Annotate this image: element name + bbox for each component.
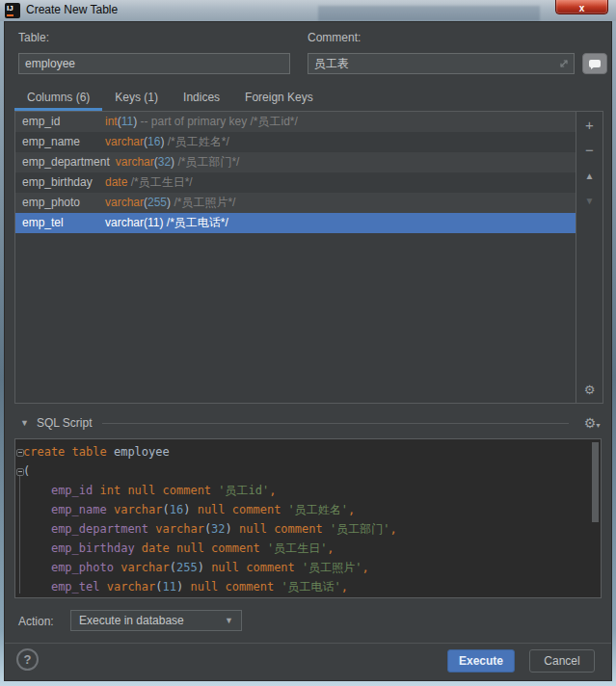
column-name: emp_tel (22, 213, 99, 233)
column-row[interactable]: emp_idint(11) -- part of primary key /*员… (15, 112, 576, 132)
editor-scrollbar[interactable] (592, 442, 599, 522)
column-comment: /*员工生日*/ (127, 175, 192, 189)
column-name: emp_name (22, 132, 99, 152)
column-type: int (105, 115, 118, 128)
column-comment: /*员工姓名*/ (164, 135, 228, 148)
dropdown-arrow-icon: ▼ (225, 611, 233, 630)
comment-bubble-button[interactable] (582, 53, 607, 74)
minus-icon: − (585, 142, 594, 158)
column-row[interactable]: emp_photovarchar(255) /*员工照片*/ (15, 193, 576, 213)
code-line: create table employee (23, 442, 397, 462)
sql-code: create table employee( emp_id int null c… (23, 442, 397, 596)
plus-icon: + (585, 117, 594, 133)
column-comment: -- part of primary key /*员工id*/ (137, 115, 298, 128)
comment-input[interactable] (308, 53, 575, 74)
move-down-button[interactable]: ▼ (576, 191, 603, 212)
code-line: emp_name varchar(16) null comment '员工姓名'… (23, 500, 397, 519)
table-name-input[interactable] (18, 53, 290, 74)
tab-bar: Columns (6)Keys (1)IndicesForeign Keys (14, 86, 326, 111)
column-row[interactable]: emp_namevarchar(16) /*员工姓名*/ (15, 132, 576, 152)
column-row[interactable]: emp_departmentvarchar(32) /*员工部门*/ (15, 152, 576, 172)
arrow-down-icon: ▼ (585, 196, 595, 206)
fold-range-line (19, 472, 20, 594)
help-button[interactable]: ? (16, 648, 39, 671)
code-line: ( (23, 462, 397, 481)
column-length: 11 (147, 216, 159, 229)
column-length: 255 (147, 196, 167, 209)
intellij-logo-icon: IJ (5, 3, 20, 18)
title-bar[interactable]: IJ Create New Table x (0, 0, 616, 21)
add-column-button[interactable]: + (576, 115, 603, 136)
speech-bubble-icon (588, 59, 602, 73)
column-type: varchar (116, 155, 154, 169)
columns-toolbar: + − ▲ ▼ ⚙ (576, 112, 603, 403)
footer-divider (5, 643, 611, 644)
code-line: emp_id int null comment '员工id', (23, 481, 397, 500)
code-line: emp_photo varchar(255) null comment '员工照… (23, 558, 397, 577)
dropdown-arrow-icon: ▼ (595, 418, 602, 434)
table-label: Table: (18, 31, 49, 44)
fold-marker-icon[interactable] (16, 449, 24, 457)
collapse-arrow-icon[interactable]: ▼ (20, 418, 29, 428)
sql-settings-button[interactable]: ⚙ ▼ (578, 414, 602, 432)
code-line: emp_department varchar(32) null comment … (23, 519, 397, 539)
column-type: varchar (105, 135, 144, 148)
comment-field-wrap (308, 53, 575, 74)
tab-indices[interactable]: Indices (171, 86, 232, 111)
column-comment: /*员工部门*/ (174, 155, 239, 169)
expand-editor-icon[interactable] (558, 58, 570, 69)
action-label: Action: (18, 615, 54, 628)
execute-button[interactable]: Execute (447, 649, 515, 673)
window-title: Create New Table (26, 3, 118, 16)
column-row[interactable]: emp_telvarchar(11) /*员工电话*/ (15, 213, 576, 233)
columns-list: emp_idint(11) -- part of primary key /*员… (15, 112, 576, 403)
sql-script-title: SQL Script (37, 416, 93, 430)
column-row[interactable]: emp_birthdaydate /*员工生日*/ (15, 172, 576, 193)
column-comment: /*员工电话*/ (163, 216, 228, 229)
column-length: 11 (121, 115, 133, 128)
close-icon: x (579, 3, 585, 13)
column-type: varchar (105, 196, 144, 209)
tab-columns[interactable]: Columns (6) (14, 86, 102, 111)
dialog-content: Table: Comment: (4, 21, 612, 681)
arrow-up-icon: ▲ (585, 171, 595, 181)
columns-panel: emp_idint(11) -- part of primary key /*员… (14, 111, 603, 404)
column-name: emp_birthday (22, 172, 99, 193)
comment-label: Comment: (308, 31, 361, 44)
tab-foreign-keys[interactable]: Foreign Keys (232, 86, 326, 111)
column-comment: /*员工照片*/ (171, 196, 235, 209)
code-line: emp_birthday date null comment '员工生日', (23, 539, 397, 558)
action-select[interactable]: Execute in database ▼ (70, 610, 242, 631)
header-divider (102, 423, 570, 424)
question-mark-icon: ? (24, 652, 32, 667)
column-length: 32 (158, 155, 171, 169)
fold-marker-icon[interactable] (16, 468, 24, 476)
column-type: date (105, 175, 127, 189)
remove-column-button[interactable]: − (576, 140, 603, 161)
code-line: emp_tel varchar(11) null comment '员工电话', (23, 577, 397, 596)
column-name: emp_id (22, 112, 99, 132)
move-up-button[interactable]: ▲ (576, 166, 603, 187)
tab-keys[interactable]: Keys (1) (102, 86, 171, 111)
close-button[interactable]: x (555, 0, 608, 14)
columns-settings-button[interactable]: ⚙ (576, 380, 603, 401)
sql-script-header: ▼ SQL Script ⚙ ▼ (14, 413, 602, 433)
column-name: emp_photo (22, 193, 99, 213)
create-new-table-dialog: IJ Create New Table x Table: Comment: (0, 0, 616, 686)
column-type: varchar (105, 216, 144, 229)
gear-icon: ⚙ (584, 383, 596, 397)
cancel-button[interactable]: Cancel (529, 649, 595, 673)
action-selected-value: Execute in database (79, 614, 184, 627)
column-length: 16 (147, 135, 160, 148)
sql-editor[interactable]: create table employee( emp_id int null c… (14, 438, 602, 598)
column-name: emp_department (22, 152, 110, 172)
